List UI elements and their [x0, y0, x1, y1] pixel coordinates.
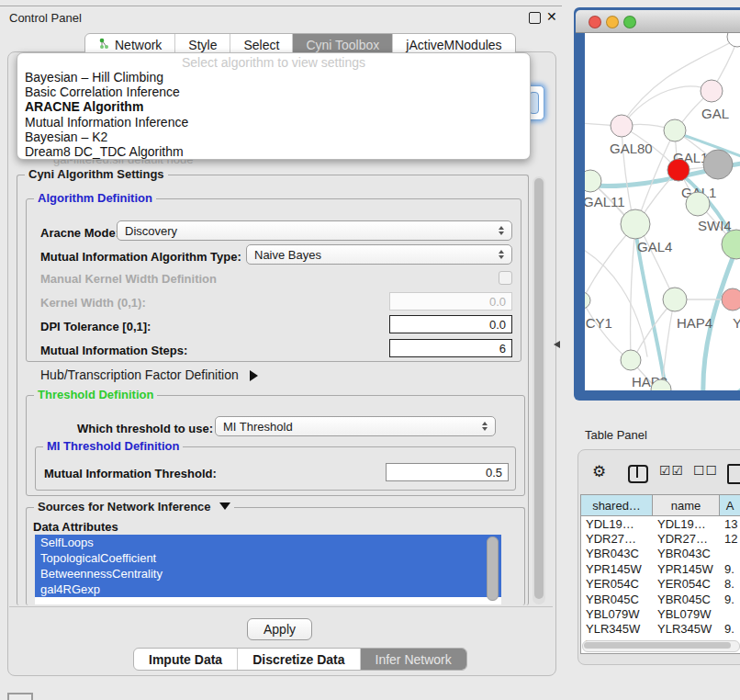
algorithm-definition-legend: Algorithm Definition: [34, 191, 156, 205]
table-row[interactable]: YDR27…YDR27…12: [581, 531, 740, 546]
node-label: GAL: [701, 106, 729, 121]
bottom-tab-infer-network[interactable]: Infer Network: [361, 649, 466, 670]
table-cell: YBL079W: [581, 606, 653, 621]
table-row[interactable]: YPR145WYPR145W9.: [581, 561, 740, 576]
table-cell: [720, 606, 740, 621]
algorithm-list: Bayesian – Hill ClimbingBasic Correlatio…: [17, 70, 530, 159]
hub-definition-label: Hub/Transcription Factor Definition: [40, 367, 239, 382]
network-icon: [98, 38, 110, 52]
kernel-width-label: Kernel Width (0,1):: [40, 296, 146, 310]
aracne-mode-value: Discovery: [125, 224, 177, 238]
control-panel-titlebar: [0, 6, 562, 30]
tab-label: jActiveMNodules: [406, 38, 501, 52]
tab-label: Network: [115, 38, 162, 52]
network-edge: [631, 228, 635, 358]
column-header-a[interactable]: A: [720, 495, 740, 515]
network-node-hap2[interactable]: [621, 350, 641, 370]
settings-scrollbar-thumb[interactable]: [534, 178, 544, 599]
manual-kernel-label: Manual Kernel Width Definition: [40, 272, 217, 286]
network-node[interactable]: [722, 230, 740, 259]
table-cell: YDR27…: [581, 531, 653, 546]
table-row[interactable]: YBR045CYBR045C9.: [581, 592, 740, 606]
algorithm-option-aracne-algorithm[interactable]: ARACNE Algorithm: [17, 99, 530, 114]
table-cell: YBR043C: [653, 547, 720, 561]
columns-icon[interactable]: [628, 465, 648, 483]
table-cell: YLR345W: [581, 622, 653, 637]
tab-label: Select: [243, 38, 279, 52]
aracne-mode-label: Aracne Mode:: [40, 226, 119, 240]
gear-icon[interactable]: ⚙: [592, 462, 606, 481]
mi-type-select[interactable]: Naive Bayes: [246, 244, 512, 265]
table-row[interactable]: YLR345WYLR345W9.: [581, 622, 740, 637]
table-header-row: shared…nameA: [581, 495, 740, 516]
node-label: GAL80: [610, 141, 653, 156]
minimized-panel-icon[interactable]: [7, 693, 33, 700]
algorithm-option-mutual-information-inference[interactable]: Mutual Information Inference: [17, 115, 530, 130]
network-node-gal80[interactable]: [611, 115, 633, 137]
select-all-checkboxes-icon[interactable]: ☑☑: [659, 463, 684, 478]
table-cell: YBL079W: [653, 606, 720, 621]
apply-button[interactable]: Apply: [247, 618, 312, 640]
column-header-name[interactable]: name: [653, 495, 720, 515]
column-header-shared[interactable]: shared…: [581, 495, 653, 515]
table-row[interactable]: YER054CYER054C8.: [581, 577, 740, 592]
mouse-cursor: [554, 341, 560, 348]
sources-legend: Sources for Network Inference: [34, 500, 234, 514]
network-canvas[interactable]: GALGAL80GAL10GAL1GAL11SWI4GAL4GCY1HAP4YH…: [585, 33, 740, 390]
network-node-gcy1[interactable]: [585, 292, 590, 309]
network-node-gal[interactable]: [701, 80, 723, 102]
data-attributes-label: Data Attributes: [33, 520, 118, 534]
table-cell: 13: [720, 516, 740, 531]
table-cell: YPR145W: [581, 561, 653, 576]
traffic-light-minimize-icon[interactable]: [606, 16, 619, 28]
data-attribute-item[interactable]: BetweennessCentrality: [35, 566, 501, 581]
network-node-gal1[interactable]: [667, 159, 690, 181]
table-row[interactable]: YBL079WYBL079W: [581, 606, 740, 621]
table-row[interactable]: YBR043CYBR043C: [581, 547, 740, 561]
hub-definition-toggle[interactable]: Hub/Transcription Factor Definition: [40, 367, 258, 382]
data-attribute-item[interactable]: gal4RGexp: [35, 581, 501, 597]
kernel-width-input[interactable]: 0.0: [389, 292, 512, 310]
data-attribute-item[interactable]: SelfLoops: [35, 535, 501, 550]
collapsed-arrow-icon: [250, 370, 258, 381]
network-node-gal10[interactable]: [664, 119, 686, 141]
data-attribute-item[interactable]: TopologicalCoefficient: [35, 550, 501, 566]
bottom-tabs: Impute DataDiscretize DataInfer Network: [133, 648, 467, 671]
float-panel-icon[interactable]: [529, 12, 541, 24]
mi-threshold-input[interactable]: 0.5: [386, 463, 509, 481]
mi-steps-input[interactable]: 6: [389, 339, 512, 357]
table-cell: 9.: [720, 622, 740, 637]
separator: [9, 606, 553, 607]
network-node[interactable]: [727, 33, 740, 47]
algorithm-option-bayesian-hill-climbing[interactable]: Bayesian – Hill Climbing: [17, 70, 530, 85]
node-label: HAP4: [677, 315, 712, 331]
node-label: SWI4: [698, 218, 732, 233]
network-node-y[interactable]: [722, 288, 740, 310]
dpi-tolerance-input[interactable]: 0.0: [389, 315, 512, 333]
which-threshold-label: Which threshold to use:: [77, 422, 213, 435]
network-node-hap4[interactable]: [663, 288, 687, 311]
traffic-light-close-icon[interactable]: [589, 16, 601, 28]
algorithm-option-bayesian-k2[interactable]: Bayesian – K2: [17, 130, 530, 144]
attribute-list-scrollbar[interactable]: [487, 536, 499, 601]
which-threshold-select[interactable]: MI Threshold: [215, 416, 496, 436]
expanded-arrow-icon[interactable]: [219, 502, 230, 510]
algorithm-option-dream8-dc-tdc-algorithm[interactable]: Dream8 DC_TDC Algorithm: [17, 144, 530, 159]
table-row[interactable]: YDL19…YDL19…13: [581, 516, 740, 531]
network-window-titlebar[interactable]: [576, 10, 740, 33]
bottom-tab-discretize-data[interactable]: Discretize Data: [238, 649, 360, 670]
network-node-swi4[interactable]: [686, 192, 710, 216]
network-node-gal4[interactable]: [621, 209, 650, 239]
network-node[interactable]: [703, 150, 733, 179]
deselect-all-checkboxes-icon[interactable]: ☐☐: [693, 463, 718, 478]
manual-kernel-checkbox[interactable]: [499, 271, 512, 285]
export-table-icon[interactable]: [727, 464, 740, 484]
bottom-tab-impute-data[interactable]: Impute Data: [134, 649, 238, 670]
traffic-light-zoom-icon[interactable]: [623, 16, 636, 28]
table-horizontal-scrollbar[interactable]: [582, 640, 740, 652]
mi-threshold-label: Mutual Information Threshold:: [44, 467, 217, 480]
page: Control Panel ✕ NetworkStyleSelectCyni T…: [0, 0, 740, 700]
aracne-mode-select[interactable]: Discovery: [117, 220, 512, 241]
close-icon[interactable]: ✕: [546, 9, 557, 24]
algorithm-option-basic-correlation-inference[interactable]: Basic Correlation Inference: [17, 85, 530, 99]
